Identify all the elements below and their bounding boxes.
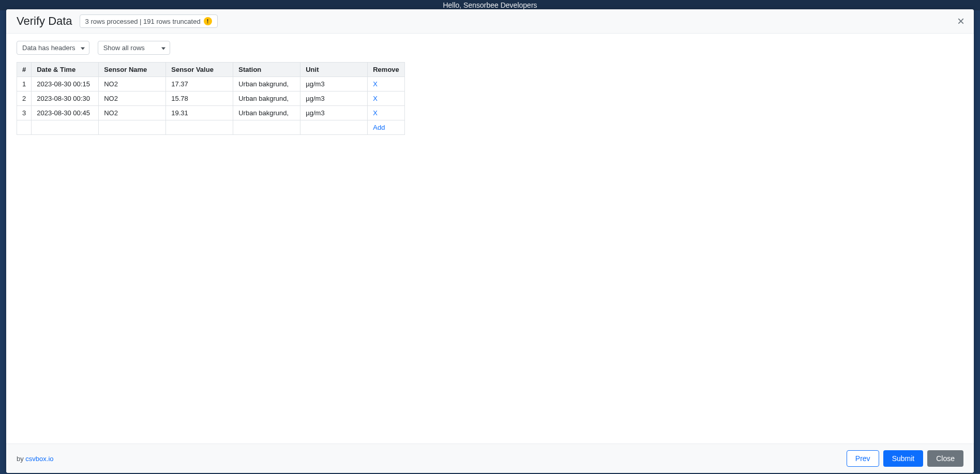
empty-cell[interactable] xyxy=(99,120,166,135)
prev-button[interactable]: Prev xyxy=(847,450,879,467)
cell-sensor-value[interactable]: 15.78 xyxy=(166,91,233,106)
col-unit: Unit xyxy=(300,63,368,77)
csvbox-link[interactable]: csvbox.io xyxy=(25,455,53,463)
modal-header: Verify Data 3 rows processed | 191 rows … xyxy=(6,9,974,34)
add-row-button[interactable]: Add xyxy=(373,124,385,131)
headers-select-value: Data has headers xyxy=(22,44,76,52)
data-table: # Date & Time Sensor Name Sensor Value S… xyxy=(17,62,405,135)
close-icon[interactable]: × xyxy=(957,15,964,27)
cell-sensor-value[interactable]: 17.37 xyxy=(166,77,233,91)
cell-add: Add xyxy=(368,120,405,135)
status-badge: 3 rows processed | 191 rows truncated ! xyxy=(80,14,218,28)
col-index: # xyxy=(17,63,32,77)
warning-icon: ! xyxy=(204,17,212,25)
cell-station[interactable]: Urban bakgrund, xyxy=(233,77,300,91)
row-index: 2 xyxy=(17,91,32,106)
cell-sensor-name[interactable]: NO2 xyxy=(99,106,166,120)
col-sensor-value: Sensor Value xyxy=(166,63,233,77)
cell-remove: X xyxy=(368,106,405,120)
cell-unit[interactable]: µg/m3 xyxy=(300,77,368,91)
close-button[interactable]: Close xyxy=(927,450,963,467)
empty-cell[interactable] xyxy=(17,120,32,135)
empty-cell[interactable] xyxy=(32,120,99,135)
row-index: 1 xyxy=(17,77,32,91)
cell-datetime[interactable]: 2023-08-30 00:15 xyxy=(32,77,99,91)
table-row: 32023-08-30 00:45NO219.31Urban bakgrund,… xyxy=(17,106,405,120)
cell-unit[interactable]: µg/m3 xyxy=(300,106,368,120)
cell-station[interactable]: Urban bakgrund, xyxy=(233,106,300,120)
verify-data-modal: Verify Data 3 rows processed | 191 rows … xyxy=(6,9,974,473)
col-station: Station xyxy=(233,63,300,77)
col-datetime: Date & Time xyxy=(32,63,99,77)
footer-attribution: by csvbox.io xyxy=(17,455,54,463)
by-text: by xyxy=(17,455,25,463)
backdrop-header: Hello, Sensorbee Developers xyxy=(0,0,980,10)
rows-filter-value: Show all rows xyxy=(103,44,145,52)
remove-row-button[interactable]: X xyxy=(373,95,378,102)
backdrop-hello-text: Hello, Sensorbee Developers xyxy=(443,1,537,9)
submit-button[interactable]: Submit xyxy=(883,450,924,467)
row-index: 3 xyxy=(17,106,32,120)
cell-sensor-name[interactable]: NO2 xyxy=(99,77,166,91)
remove-row-button[interactable]: X xyxy=(373,109,378,117)
empty-cell[interactable] xyxy=(166,120,233,135)
table-row: 12023-08-30 00:15NO217.37Urban bakgrund,… xyxy=(17,77,405,91)
cell-remove: X xyxy=(368,91,405,106)
status-text: 3 rows processed | 191 rows truncated xyxy=(85,18,201,25)
cell-unit[interactable]: µg/m3 xyxy=(300,91,368,106)
cell-station[interactable]: Urban bakgrund, xyxy=(233,91,300,106)
rows-filter-select[interactable]: Show all rows xyxy=(98,41,170,55)
modal-body: Data has headers Show all rows # Date & … xyxy=(6,34,974,444)
col-remove: Remove xyxy=(368,63,405,77)
col-sensor-name: Sensor Name xyxy=(99,63,166,77)
footer-buttons: Prev Submit Close xyxy=(847,450,963,467)
modal-title: Verify Data xyxy=(17,14,72,28)
cell-datetime[interactable]: 2023-08-30 00:30 xyxy=(32,91,99,106)
controls-row: Data has headers Show all rows xyxy=(17,41,963,55)
table-add-row: Add xyxy=(17,120,405,135)
empty-cell[interactable] xyxy=(233,120,300,135)
table-header-row: # Date & Time Sensor Name Sensor Value S… xyxy=(17,63,405,77)
cell-datetime[interactable]: 2023-08-30 00:45 xyxy=(32,106,99,120)
cell-sensor-value[interactable]: 19.31 xyxy=(166,106,233,120)
headers-select[interactable]: Data has headers xyxy=(17,41,89,55)
cell-remove: X xyxy=(368,77,405,91)
cell-sensor-name[interactable]: NO2 xyxy=(99,91,166,106)
table-row: 22023-08-30 00:30NO215.78Urban bakgrund,… xyxy=(17,91,405,106)
modal-footer: by csvbox.io Prev Submit Close xyxy=(6,444,974,473)
remove-row-button[interactable]: X xyxy=(373,80,378,88)
empty-cell[interactable] xyxy=(300,120,368,135)
